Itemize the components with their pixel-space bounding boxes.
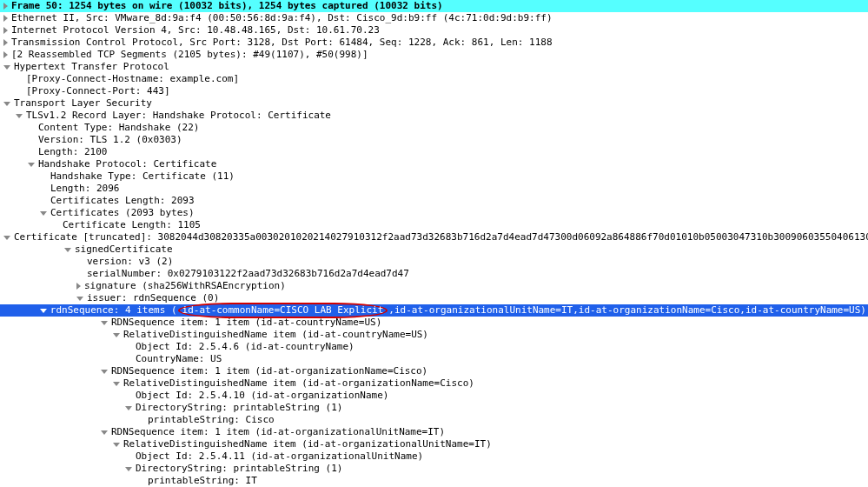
chevron-down-icon [3, 65, 10, 70]
rdn-oid: Object Id: 2.5.4.10 (id-at-organizationN… [136, 390, 388, 402]
tls-title: Transport Layer Security [14, 97, 152, 110]
rdn-seq-prefix: rdnSequence: 4 items ( [50, 304, 177, 317]
chevron-right-icon [76, 283, 81, 290]
chevron-right-icon [3, 27, 8, 34]
tls-version: Version: TLS 1.2 (0x0303) [38, 134, 182, 146]
rdn-oid-row[interactable]: Object Id: 2.5.4.10 (id-at-organizationN… [0, 390, 868, 402]
rdn-ds-row[interactable]: DirectoryString: printableString (1) [0, 463, 868, 475]
signed-sig-row[interactable]: signature (sha256WithRSAEncryption) [0, 280, 868, 292]
chevron-down-icon [101, 370, 108, 374]
tls-ctype-row[interactable]: Content Type: Handshake (22) [0, 122, 868, 134]
rdn-oid-row[interactable]: Object Id: 2.5.4.6 (id-at-countryName) [0, 341, 868, 353]
rdn-rdn: RelativeDistinguishedName item (id-at-or… [123, 438, 492, 450]
tcp-text: Transmission Control Protocol, Src Port:… [11, 37, 553, 49]
hs-certslen-row[interactable]: Certificates Length: 2093 [0, 195, 868, 207]
rdn-sequence-row[interactable]: rdnSequence: 4 items (id-at-commonName=C… [0, 304, 868, 317]
tls-ctype: Content Type: Handshake (22) [38, 122, 199, 134]
rdn-ds-row[interactable]: DirectoryString: printableString (1) [0, 402, 868, 414]
chevron-right-icon [3, 3, 8, 10]
rdn-oid-row[interactable]: Object Id: 2.5.4.11 (id-at-organizationa… [0, 450, 868, 463]
chevron-down-icon [64, 248, 71, 252]
hs-certs-row[interactable]: Certificates (2093 bytes) [0, 207, 868, 219]
hs-row[interactable]: Handshake Protocol: Certificate [0, 158, 868, 170]
rdn-ps: printableString: Cisco [148, 414, 275, 426]
tls-reclen-row[interactable]: Length: 2100 [0, 146, 868, 158]
http-title: Hypertext Transfer Protocol [14, 61, 169, 73]
rdn-ps: printableString: IT [148, 475, 257, 487]
rdn-seq-item: RDNSequence item: 1 item (id-at-organiza… [111, 365, 427, 377]
http-host-row[interactable]: [Proxy-Connect-Hostname: example.com] [0, 73, 868, 85]
rdn-seq-suffix: ,id-at-organizationalUnitName=IT,id-at-o… [388, 304, 866, 317]
hs-type-row[interactable]: Handshake Type: Certificate (11) [0, 170, 868, 183]
chevron-right-icon [3, 15, 8, 22]
chevron-down-icon [113, 443, 120, 447]
ip-text: Internet Protocol Version 4, Src: 10.48.… [11, 24, 380, 37]
http-port-row[interactable]: [Proxy-Connect-Port: 443] [0, 85, 868, 97]
frame-summary-row[interactable]: Frame 50: 1254 bytes on wire (10032 bits… [0, 0, 868, 12]
rdn-rdn: RelativeDistinguishedName item (id-at-or… [123, 377, 474, 390]
http-row[interactable]: Hypertext Transfer Protocol [0, 61, 868, 73]
rdn-ps-row[interactable]: printableString: IT [0, 475, 868, 487]
rdn-oid: Object Id: 2.5.4.11 (id-at-organizationa… [136, 450, 423, 463]
chevron-down-icon [3, 236, 10, 240]
tls-version-row[interactable]: Version: TLS 1.2 (0x0303) [0, 134, 868, 146]
chevron-down-icon [101, 321, 108, 325]
signed-ver: version: v3 (2) [87, 256, 173, 268]
tls-record-row[interactable]: TLSv1.2 Record Layer: Handshake Protocol… [0, 110, 868, 122]
chevron-down-icon [16, 114, 23, 118]
rdn-rdn-row[interactable]: RelativeDistinguishedName item (id-at-or… [0, 438, 868, 450]
signed-serial-row[interactable]: serialNumber: 0x0279103122f2aad73d32683b… [0, 268, 868, 280]
chevron-right-icon [3, 51, 8, 58]
chevron-down-icon [40, 211, 47, 216]
cert-len: Certificate Length: 1105 [63, 219, 201, 231]
rdn-val-row[interactable]: CountryName: US [0, 353, 868, 365]
issuer-row[interactable]: issuer: rdnSequence (0) [0, 292, 868, 304]
ip-row[interactable]: Internet Protocol Version 4, Src: 10.48.… [0, 24, 868, 37]
chevron-down-icon [3, 102, 10, 106]
chevron-down-icon [125, 467, 132, 471]
chevron-down-icon [28, 163, 35, 167]
rdn-rdn: RelativeDistinguishedName item (id-at-co… [123, 329, 428, 341]
chevron-right-icon [3, 39, 8, 46]
http-host: [Proxy-Connect-Hostname: example.com] [26, 73, 239, 85]
rdn-ps-row[interactable]: printableString: Cisco [0, 414, 868, 426]
rdn-seq-cn: id-at-commonName=CISCO LAB Explicit [182, 304, 384, 316]
issuer-title: issuer: rdnSequence (0) [87, 292, 219, 304]
tcp-row[interactable]: Transmission Control Protocol, Src Port:… [0, 37, 868, 49]
signed-ver-row[interactable]: version: v3 (2) [0, 256, 868, 268]
reassembly-row[interactable]: [2 Reassembled TCP Segments (2105 bytes)… [0, 49, 868, 61]
chevron-down-icon [113, 333, 120, 337]
cert-trunc: Certificate [truncated]: 3082044d3082033… [14, 231, 868, 244]
signed-serial: serialNumber: 0x0279103122f2aad73d32683b… [87, 268, 409, 280]
frame-summary-text: Frame 50: 1254 bytes on wire (10032 bits… [11, 0, 443, 12]
signed-sig: signature (sha256WithRSAEncryption) [84, 280, 286, 292]
chevron-down-icon [125, 406, 132, 410]
reassembly-text: [2 Reassembled TCP Segments (2105 bytes)… [11, 49, 368, 61]
tls-row[interactable]: Transport Layer Security [0, 97, 868, 110]
signed-cert-row[interactable]: signedCertificate [0, 244, 868, 256]
hs-type: Handshake Type: Certificate (11) [50, 170, 235, 183]
rdn-rdn-row[interactable]: RelativeDistinguishedName item (id-at-co… [0, 329, 868, 341]
rdn-item-row[interactable]: RDNSequence item: 1 item (id-at-organiza… [0, 365, 868, 377]
signed-cert: signedCertificate [75, 244, 173, 256]
chevron-down-icon [101, 430, 108, 435]
rdn-val: CountryName: US [136, 353, 222, 365]
rdn-ds: DirectoryString: printableString (1) [136, 463, 342, 475]
rdn-seq-item: RDNSequence item: 1 item (id-at-organiza… [111, 426, 445, 438]
tls-reclen: Length: 2100 [38, 146, 107, 158]
cert-len-row[interactable]: Certificate Length: 1105 [0, 219, 868, 231]
rdn-item-row[interactable]: RDNSequence item: 1 item (id-at-countryN… [0, 317, 868, 329]
hs-title: Handshake Protocol: Certificate [38, 158, 216, 170]
chevron-down-icon [113, 382, 120, 386]
ethernet-text: Ethernet II, Src: VMware_8d:9a:f4 (00:50… [11, 12, 553, 24]
rdn-item-row[interactable]: RDNSequence item: 1 item (id-at-organiza… [0, 426, 868, 438]
http-port: [Proxy-Connect-Port: 443] [26, 85, 170, 97]
hs-certs: Certificates (2093 bytes) [50, 207, 195, 219]
rdn-rdn-row[interactable]: RelativeDistinguishedName item (id-at-or… [0, 377, 868, 390]
tls-record: TLSv1.2 Record Layer: Handshake Protocol… [26, 110, 331, 122]
cert-trunc-row[interactable]: Certificate [truncated]: 3082044d3082033… [0, 231, 868, 244]
hs-len-row[interactable]: Length: 2096 [0, 183, 868, 195]
chevron-down-icon [76, 297, 83, 301]
ethernet-row[interactable]: Ethernet II, Src: VMware_8d:9a:f4 (00:50… [0, 12, 868, 24]
hs-len: Length: 2096 [50, 183, 119, 195]
